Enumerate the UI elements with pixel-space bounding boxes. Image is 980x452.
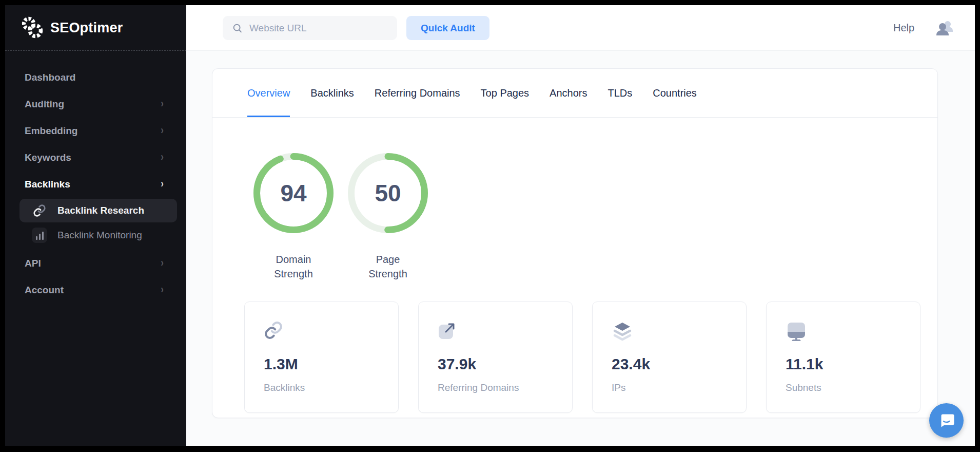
chevron-right-icon: › [161, 178, 164, 191]
domain-strength-value: 94 [253, 153, 334, 234]
monitor-icon [786, 321, 920, 342]
stat-card-ips: 23.4k IPs [592, 302, 747, 413]
search-icon [232, 23, 243, 34]
main-content: Overview Backlinks Referring Domains Top… [186, 51, 975, 446]
website-url-search[interactable] [223, 16, 397, 40]
stat-card-backlinks: 1.3M Backlinks [244, 302, 399, 413]
top-bar: Quick Audit Help [186, 5, 975, 51]
backlinks-count: 1.3M [264, 355, 398, 373]
page-strength-value: 50 [347, 153, 428, 234]
tab-bar: Overview Backlinks Referring Domains Top… [212, 69, 937, 118]
tab-countries[interactable]: Countries [653, 69, 697, 117]
layers-icon [612, 321, 746, 342]
referring-domains-count: 37.9k [438, 355, 572, 373]
help-link[interactable]: Help [893, 5, 914, 51]
link-icon [32, 203, 47, 218]
page-strength-gauge: 50 PageStrength [347, 153, 428, 281]
chevron-right-icon: › [161, 257, 164, 270]
tab-referring-domains[interactable]: Referring Domains [375, 69, 460, 117]
chat-bubble-icon [938, 412, 955, 429]
subnets-label: Subnets [786, 382, 920, 393]
stat-card-referring-domains: 37.9k Referring Domains [418, 302, 573, 413]
domain-strength-label: DomainStrength [274, 252, 313, 281]
backlink-overview-card: Overview Backlinks Referring Domains Top… [212, 68, 938, 418]
sidebar-item-dashboard[interactable]: Dashboard [5, 64, 186, 91]
link-icon [264, 321, 398, 342]
referring-domains-label: Referring Domains [438, 382, 572, 393]
chat-widget-button[interactable] [929, 403, 964, 438]
quick-audit-button[interactable]: Quick Audit [406, 16, 489, 40]
sidebar-item-backlinks[interactable]: Backlinks › [5, 171, 186, 198]
stats-row: 1.3M Backlinks 37.9k Referring Domains [212, 281, 937, 413]
sidebar-subitem-backlink-research[interactable]: Backlink Research [19, 199, 177, 222]
sidebar-item-embedding[interactable]: Embedding › [5, 118, 186, 144]
sidebar-item-api[interactable]: API › [5, 250, 186, 277]
ips-label: IPs [612, 382, 746, 393]
domain-strength-gauge: 94 DomainStrength [253, 153, 334, 281]
chevron-right-icon: › [161, 125, 164, 138]
chevron-right-icon: › [161, 98, 164, 111]
page-strength-label: PageStrength [368, 252, 407, 281]
stat-card-subnets: 11.1k Subnets [766, 302, 920, 413]
sidebar-item-keywords[interactable]: Keywords › [5, 144, 186, 171]
sidebar-subitem-backlink-monitoring[interactable]: Backlink Monitoring [19, 223, 177, 247]
user-avatar-icon[interactable] [934, 17, 956, 39]
strength-gauges: 94 DomainStrength 50 PageStrength [212, 118, 937, 281]
tab-backlinks[interactable]: Backlinks [310, 69, 354, 117]
external-link-icon [438, 321, 572, 342]
subnets-count: 11.1k [786, 355, 920, 373]
seoptimer-gear-icon [21, 16, 44, 40]
app-window: SEOptimer Dashboard Auditing › Embedding… [5, 5, 975, 446]
backlinks-submenu: Backlink Research Backlink Monitoring [5, 199, 186, 247]
sidebar-item-auditing[interactable]: Auditing › [5, 91, 186, 118]
brand-logo[interactable]: SEOptimer [5, 5, 186, 51]
tab-overview[interactable]: Overview [247, 69, 290, 117]
sidebar-nav: Dashboard Auditing › Embedding › Keyword… [5, 51, 186, 304]
tab-anchors[interactable]: Anchors [550, 69, 587, 117]
sidebar-item-account[interactable]: Account › [5, 277, 186, 304]
sidebar: SEOptimer Dashboard Auditing › Embedding… [5, 5, 186, 446]
brand-name: SEOptimer [50, 20, 123, 36]
tab-top-pages[interactable]: Top Pages [481, 69, 530, 117]
search-input[interactable] [249, 23, 373, 34]
bar-chart-icon [32, 228, 47, 243]
tab-tlds[interactable]: TLDs [607, 69, 632, 117]
backlinks-label: Backlinks [264, 382, 398, 393]
chevron-right-icon: › [161, 152, 164, 164]
chevron-right-icon: › [161, 284, 164, 297]
ips-count: 23.4k [612, 355, 746, 373]
